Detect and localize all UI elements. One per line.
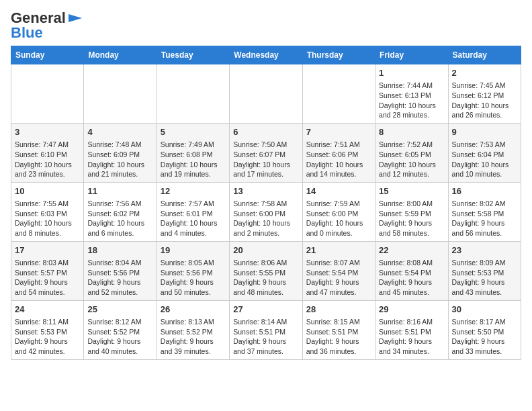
calendar-cell: 5Sunrise: 7:49 AM Sunset: 6:08 PM Daylig… bbox=[157, 123, 229, 182]
logo: General Blue bbox=[11, 11, 83, 40]
day-info: Sunrise: 8:03 AM Sunset: 5:57 PM Dayligh… bbox=[15, 259, 69, 296]
day-info: Sunrise: 8:14 AM Sunset: 5:51 PM Dayligh… bbox=[233, 318, 287, 355]
calendar-cell bbox=[84, 64, 157, 124]
calendar-cell: 26Sunrise: 8:13 AM Sunset: 5:52 PM Dayli… bbox=[157, 300, 229, 359]
day-number: 22 bbox=[379, 244, 444, 257]
calendar-cell: 17Sunrise: 8:03 AM Sunset: 5:57 PM Dayli… bbox=[11, 241, 84, 300]
day-number: 12 bbox=[161, 185, 226, 197]
day-number: 4 bbox=[87, 126, 152, 138]
calendar-cell: 23Sunrise: 8:09 AM Sunset: 5:53 PM Dayli… bbox=[448, 241, 521, 300]
day-number: 23 bbox=[452, 244, 517, 257]
day-info: Sunrise: 7:48 AM Sunset: 6:09 PM Dayligh… bbox=[87, 140, 144, 178]
calendar-cell: 1Sunrise: 7:44 AM Sunset: 6:13 PM Daylig… bbox=[375, 64, 448, 124]
calendar-cell: 14Sunrise: 7:59 AM Sunset: 6:00 PM Dayli… bbox=[302, 182, 375, 241]
day-number: 30 bbox=[452, 304, 517, 316]
day-number: 6 bbox=[233, 126, 298, 138]
day-number: 11 bbox=[87, 185, 152, 197]
day-number: 15 bbox=[379, 185, 444, 197]
day-number: 5 bbox=[161, 126, 226, 138]
day-number: 28 bbox=[306, 304, 371, 316]
calendar-cell: 28Sunrise: 8:15 AM Sunset: 5:51 PM Dayli… bbox=[302, 300, 375, 359]
weekday-header-saturday: Saturday bbox=[448, 46, 521, 64]
day-info: Sunrise: 7:57 AM Sunset: 6:01 PM Dayligh… bbox=[161, 199, 218, 237]
calendar-cell: 3Sunrise: 7:47 AM Sunset: 6:10 PM Daylig… bbox=[11, 123, 84, 182]
logo-text: General bbox=[11, 11, 66, 26]
weekday-header-friday: Friday bbox=[375, 46, 448, 64]
day-info: Sunrise: 8:04 AM Sunset: 5:56 PM Dayligh… bbox=[87, 259, 141, 296]
calendar-cell: 15Sunrise: 8:00 AM Sunset: 5:59 PM Dayli… bbox=[375, 182, 448, 241]
day-info: Sunrise: 8:05 AM Sunset: 5:56 PM Dayligh… bbox=[161, 259, 214, 296]
calendar-cell: 22Sunrise: 8:08 AM Sunset: 5:54 PM Dayli… bbox=[375, 241, 448, 300]
logo-blue: Blue bbox=[11, 26, 43, 40]
calendar-cell: 19Sunrise: 8:05 AM Sunset: 5:56 PM Dayli… bbox=[157, 241, 229, 300]
calendar-cell: 24Sunrise: 8:11 AM Sunset: 5:53 PM Dayli… bbox=[11, 300, 84, 359]
calendar-cell bbox=[157, 64, 229, 124]
day-info: Sunrise: 8:11 AM Sunset: 5:53 PM Dayligh… bbox=[15, 318, 69, 355]
calendar-cell: 10Sunrise: 7:55 AM Sunset: 6:03 PM Dayli… bbox=[11, 182, 84, 241]
day-info: Sunrise: 8:02 AM Sunset: 5:58 PM Dayligh… bbox=[452, 199, 506, 237]
day-info: Sunrise: 8:09 AM Sunset: 5:53 PM Dayligh… bbox=[452, 259, 506, 296]
day-number: 17 bbox=[15, 244, 80, 257]
day-info: Sunrise: 8:13 AM Sunset: 5:52 PM Dayligh… bbox=[161, 318, 214, 355]
day-info: Sunrise: 7:52 AM Sunset: 6:05 PM Dayligh… bbox=[379, 140, 436, 178]
day-number: 9 bbox=[452, 126, 517, 138]
day-info: Sunrise: 8:06 AM Sunset: 5:55 PM Dayligh… bbox=[233, 259, 287, 296]
day-number: 16 bbox=[452, 185, 517, 197]
day-number: 25 bbox=[87, 304, 152, 316]
day-number: 8 bbox=[379, 126, 444, 138]
day-info: Sunrise: 7:51 AM Sunset: 6:06 PM Dayligh… bbox=[306, 140, 363, 178]
day-info: Sunrise: 7:47 AM Sunset: 6:10 PM Dayligh… bbox=[15, 140, 72, 178]
day-info: Sunrise: 7:45 AM Sunset: 6:12 PM Dayligh… bbox=[452, 81, 509, 119]
calendar-cell bbox=[11, 64, 84, 124]
calendar-cell: 20Sunrise: 8:06 AM Sunset: 5:55 PM Dayli… bbox=[230, 241, 302, 300]
calendar-cell: 25Sunrise: 8:12 AM Sunset: 5:52 PM Dayli… bbox=[84, 300, 157, 359]
day-info: Sunrise: 7:59 AM Sunset: 6:00 PM Dayligh… bbox=[306, 199, 363, 237]
day-info: Sunrise: 7:56 AM Sunset: 6:02 PM Dayligh… bbox=[87, 199, 144, 237]
day-number: 7 bbox=[306, 126, 371, 138]
calendar-cell: 21Sunrise: 8:07 AM Sunset: 5:54 PM Dayli… bbox=[302, 241, 375, 300]
day-number: 14 bbox=[306, 185, 371, 197]
calendar-cell: 11Sunrise: 7:56 AM Sunset: 6:02 PM Dayli… bbox=[84, 182, 157, 241]
day-info: Sunrise: 7:53 AM Sunset: 6:04 PM Dayligh… bbox=[452, 140, 509, 178]
calendar-cell: 12Sunrise: 7:57 AM Sunset: 6:01 PM Dayli… bbox=[157, 182, 229, 241]
calendar-cell: 13Sunrise: 7:58 AM Sunset: 6:00 PM Dayli… bbox=[230, 182, 302, 241]
calendar-cell: 30Sunrise: 8:17 AM Sunset: 5:50 PM Dayli… bbox=[448, 300, 521, 359]
day-number: 21 bbox=[306, 244, 371, 257]
weekday-header-sunday: Sunday bbox=[11, 46, 84, 64]
calendar-cell bbox=[230, 64, 302, 124]
day-number: 27 bbox=[233, 304, 298, 316]
calendar-cell bbox=[302, 64, 375, 124]
calendar-cell: 2Sunrise: 7:45 AM Sunset: 6:12 PM Daylig… bbox=[448, 64, 521, 124]
day-number: 18 bbox=[87, 244, 152, 257]
calendar-cell: 27Sunrise: 8:14 AM Sunset: 5:51 PM Dayli… bbox=[230, 300, 302, 359]
day-info: Sunrise: 8:16 AM Sunset: 5:51 PM Dayligh… bbox=[379, 318, 433, 355]
day-info: Sunrise: 8:08 AM Sunset: 5:54 PM Dayligh… bbox=[379, 259, 433, 296]
day-number: 19 bbox=[161, 244, 226, 257]
calendar-cell: 6Sunrise: 7:50 AM Sunset: 6:07 PM Daylig… bbox=[230, 123, 302, 182]
day-number: 26 bbox=[161, 304, 226, 316]
calendar-cell: 16Sunrise: 8:02 AM Sunset: 5:58 PM Dayli… bbox=[448, 182, 521, 241]
day-number: 13 bbox=[233, 185, 298, 197]
day-number: 10 bbox=[15, 185, 80, 197]
day-number: 20 bbox=[233, 244, 298, 257]
day-number: 2 bbox=[452, 67, 517, 79]
weekday-header-wednesday: Wednesday bbox=[230, 46, 302, 64]
calendar-cell: 29Sunrise: 8:16 AM Sunset: 5:51 PM Dayli… bbox=[375, 300, 448, 359]
weekday-header-tuesday: Tuesday bbox=[157, 46, 229, 64]
day-info: Sunrise: 7:44 AM Sunset: 6:13 PM Dayligh… bbox=[379, 81, 436, 119]
day-number: 1 bbox=[379, 67, 444, 79]
calendar-table: SundayMondayTuesdayWednesdayThursdayFrid… bbox=[11, 46, 521, 360]
weekday-header-monday: Monday bbox=[84, 46, 157, 64]
day-info: Sunrise: 8:17 AM Sunset: 5:50 PM Dayligh… bbox=[452, 318, 506, 355]
day-info: Sunrise: 8:07 AM Sunset: 5:54 PM Dayligh… bbox=[306, 259, 360, 296]
day-info: Sunrise: 8:12 AM Sunset: 5:52 PM Dayligh… bbox=[87, 318, 141, 355]
day-number: 24 bbox=[15, 304, 80, 316]
day-info: Sunrise: 8:15 AM Sunset: 5:51 PM Dayligh… bbox=[306, 318, 360, 355]
calendar-cell: 8Sunrise: 7:52 AM Sunset: 6:05 PM Daylig… bbox=[375, 123, 448, 182]
day-info: Sunrise: 7:49 AM Sunset: 6:08 PM Dayligh… bbox=[161, 140, 218, 178]
day-number: 3 bbox=[15, 126, 80, 138]
day-info: Sunrise: 7:58 AM Sunset: 6:00 PM Dayligh… bbox=[233, 199, 290, 237]
day-info: Sunrise: 7:55 AM Sunset: 6:03 PM Dayligh… bbox=[15, 199, 72, 237]
calendar-cell: 18Sunrise: 8:04 AM Sunset: 5:56 PM Dayli… bbox=[84, 241, 157, 300]
weekday-header-thursday: Thursday bbox=[302, 46, 375, 64]
